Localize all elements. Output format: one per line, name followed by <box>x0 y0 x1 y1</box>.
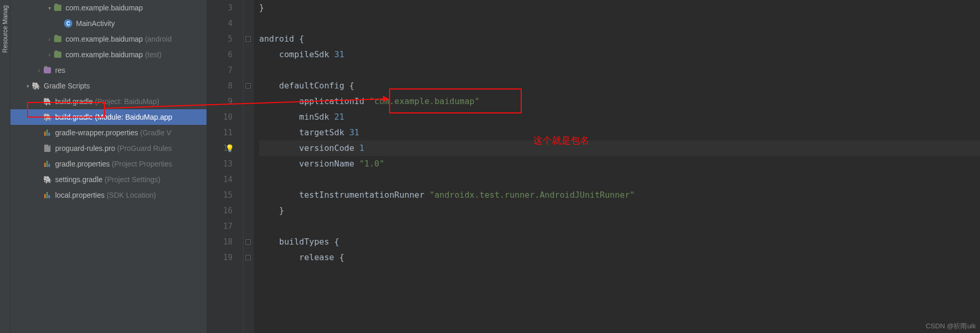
tree-main-activity[interactable]: C MainActivity <box>10 16 207 31</box>
line-number: 19 <box>207 250 233 265</box>
tree-label: com.example.baidumap <box>66 50 143 59</box>
code-text: { <box>349 81 354 91</box>
line-number: 10 <box>207 109 233 125</box>
tree-hint: (test) <box>145 50 162 59</box>
tree-res[interactable]: › res <box>10 62 207 78</box>
fold-marker[interactable]: − <box>246 255 251 260</box>
chevron-right-icon: › <box>35 68 43 73</box>
line-number: 13 <box>207 156 233 172</box>
code-string: "androidx.test.runner.AndroidJUnitRunner… <box>430 190 635 200</box>
side-tab-label: Resource Manag <box>2 5 9 53</box>
chevron-down-icon: ▾ <box>24 83 31 89</box>
tree-local-properties[interactable]: local.properties (SDK Location) <box>10 187 207 203</box>
tree-settings-gradle[interactable]: 🐘 settings.gradle (Project Settings) <box>10 172 207 187</box>
code-number: 1 <box>359 143 365 153</box>
tree-label: gradle.properties <box>55 160 110 168</box>
code-text: } <box>259 3 264 12</box>
code-string: "com.example.baidumap" <box>369 96 480 106</box>
code-text: { <box>334 237 340 247</box>
line-number: 15 <box>207 187 233 203</box>
code-number: 21 <box>334 112 344 122</box>
code-number: 31 <box>334 49 344 59</box>
line-number: 7 <box>207 62 233 78</box>
folder-icon <box>43 66 52 75</box>
code-text: versionCode <box>259 143 359 153</box>
tree-label: com.example.baidumap <box>66 4 143 12</box>
line-gutter: 3 4 5 6 7 8 9 10 11 12 13 14 15 16 17 18… <box>207 0 243 333</box>
tree-gradle-wrapper[interactable]: gradle-wrapper.properties (Gradle V <box>10 125 207 140</box>
code-text: } <box>259 206 284 215</box>
tree-label: gradle-wrapper.properties <box>55 129 138 137</box>
code-text: release <box>259 252 339 262</box>
line-number: 11 <box>207 125 233 140</box>
fold-column[interactable]: − − − − <box>243 0 254 333</box>
tree-label: com.example.baidumap <box>66 35 143 43</box>
line-number: 9 <box>207 94 233 109</box>
code-text: buildTypes <box>259 237 334 247</box>
line-number: 18 <box>207 234 233 250</box>
code-text: minSdk <box>259 112 334 122</box>
gradle-icon: 🐘 <box>43 97 52 106</box>
code-area[interactable]: } android { compileSdk 31 defaultConfig … <box>254 0 980 333</box>
gradle-icon: 🐘 <box>43 175 52 184</box>
code-text: compileSdk <box>259 49 334 59</box>
line-number: 16 <box>207 203 233 219</box>
tree-proguard[interactable]: proguard-rules.pro (ProGuard Rules <box>10 140 207 156</box>
line-number: 5 <box>207 31 233 47</box>
code-text: { <box>339 252 344 262</box>
chevron-right-icon: › <box>46 36 53 42</box>
line-number: 8 <box>207 78 233 94</box>
tree-package-main[interactable]: ▾ com.example.baidumap <box>10 0 207 16</box>
tree-build-gradle-project[interactable]: 🐘 build.gradle (Project: BaiduMap) <box>10 94 207 109</box>
tree-hint: (android <box>145 35 172 43</box>
fold-marker[interactable]: − <box>246 36 251 42</box>
tree-hint: (SDK Location) <box>107 191 156 199</box>
folder-icon <box>53 3 62 12</box>
code-text: testInstrumentationRunner <box>259 190 430 200</box>
properties-icon <box>43 128 52 137</box>
resource-manager-tab[interactable]: Resource Manag <box>0 0 10 333</box>
tree-hint: (Gradle V <box>140 129 172 137</box>
file-icon <box>43 144 52 153</box>
gradle-icon: 🐘 <box>31 81 41 91</box>
watermark: CSDN @祈雨uik <box>926 322 976 331</box>
tree-label: build.gradle <box>55 97 93 106</box>
code-editor[interactable]: 3 4 5 6 7 8 9 10 11 12 13 14 15 16 17 18… <box>207 0 980 333</box>
code-text: defaultConfig <box>259 81 349 91</box>
folder-icon <box>53 34 62 44</box>
code-text: { <box>299 34 304 44</box>
tree-label: res <box>55 66 65 74</box>
tree-package-test[interactable]: › com.example.baidumap (test) <box>10 47 207 62</box>
tree-hint: (Module: BaiduMap.app <box>95 113 172 121</box>
tree-gradle-scripts[interactable]: ▾ 🐘 Gradle Scripts <box>10 78 207 94</box>
class-icon: C <box>63 19 73 28</box>
chevron-right-icon: › <box>46 52 53 58</box>
tree-hint: (ProGuard Rules <box>117 144 172 152</box>
code-text: android <box>259 34 299 44</box>
properties-icon <box>43 190 52 200</box>
tree-build-gradle-module[interactable]: 🐘 build.gradle (Module: BaiduMap.app <box>10 109 207 125</box>
line-number: 6 <box>207 47 233 62</box>
tree-label: build.gradle <box>55 113 93 121</box>
tree-package-androidtest[interactable]: › com.example.baidumap (android <box>10 31 207 47</box>
code-string: "1.0" <box>359 159 384 169</box>
fold-marker[interactable]: − <box>246 239 251 245</box>
line-number: 3 <box>207 0 233 16</box>
line-number: 4 <box>207 16 233 31</box>
fold-marker[interactable]: − <box>246 83 251 88</box>
folder-icon <box>53 50 62 59</box>
tree-gradle-properties[interactable]: gradle.properties (Project Properties <box>10 156 207 172</box>
line-number: 14 <box>207 172 233 187</box>
tree-hint: (Project: BaiduMap) <box>95 97 159 106</box>
code-text: versionName <box>259 159 359 169</box>
tree-label: proguard-rules.pro <box>55 144 115 152</box>
tree-label: settings.gradle <box>55 175 102 184</box>
code-text: applicationId <box>259 96 369 106</box>
bulb-icon[interactable]: 💡 <box>225 140 234 156</box>
tree-label: Gradle Scripts <box>44 82 90 90</box>
code-text: targetSdk <box>259 127 349 137</box>
tree-hint: (Project Properties <box>112 160 172 168</box>
tree-label: local.properties <box>55 191 105 199</box>
tree-label: MainActivity <box>76 19 115 28</box>
project-tree[interactable]: ▾ com.example.baidumap C MainActivity › … <box>10 0 207 333</box>
